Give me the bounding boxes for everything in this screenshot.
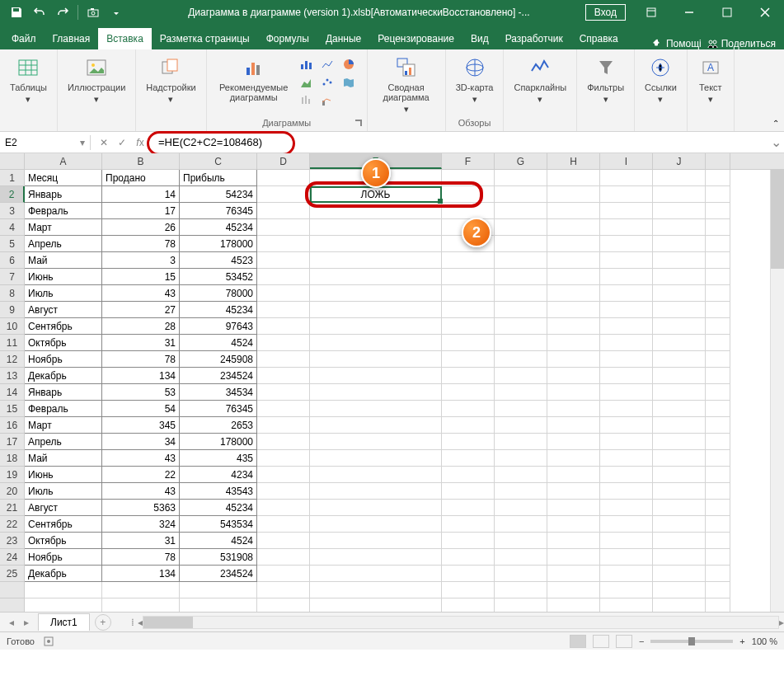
cell[interactable] [257,417,310,434]
bar-chart-icon[interactable] [298,56,314,73]
cell[interactable] [310,434,442,450]
pivot-chart-button[interactable]: Сводная диаграмма ▾ [374,53,439,116]
cell[interactable] [257,582,310,598]
cell[interactable] [706,417,730,434]
cell[interactable] [547,516,600,533]
row-header[interactable]: 1 [0,170,25,186]
cell[interactable] [547,450,600,467]
formula-input[interactable]: =НЕ(C2+C2=108468) [153,134,768,150]
cell[interactable] [310,368,442,384]
cell[interactable] [706,450,730,467]
cell[interactable] [180,598,257,612]
row-header[interactable] [0,598,25,612]
cell[interactable] [653,500,706,516]
cell[interactable] [653,401,706,417]
cell[interactable] [653,417,706,434]
cell[interactable] [310,236,442,252]
cell[interactable] [442,598,495,612]
cell[interactable] [600,500,653,516]
page-layout-view-button[interactable] [593,635,609,648]
zoom-in-button[interactable]: + [739,636,744,646]
cell[interactable] [706,483,730,500]
cell[interactable]: ЛОЖЬ [310,186,442,203]
cell[interactable] [257,500,310,516]
col-header-F[interactable]: F [442,153,495,169]
cell[interactable] [310,450,442,467]
col-header-A[interactable]: A [25,153,102,169]
cell[interactable] [653,582,706,598]
cell[interactable] [257,598,310,612]
links-button[interactable]: Ссылки ▾ [641,53,680,106]
cell[interactable] [653,384,706,401]
cell[interactable]: 43 [102,450,180,467]
cell[interactable] [653,434,706,450]
cell[interactable] [257,467,310,483]
cell[interactable] [257,450,310,467]
cell[interactable] [600,516,653,533]
cell[interactable] [310,566,442,582]
cell[interactable] [310,302,442,318]
cell[interactable]: Март [25,417,102,434]
cell[interactable] [600,252,653,269]
row-header[interactable]: 11 [0,335,25,351]
cell[interactable]: 435 [180,450,257,467]
cell[interactable] [547,483,600,500]
cell[interactable] [600,549,653,566]
col-header-G[interactable]: G [495,153,547,169]
cell[interactable] [495,368,547,384]
cell[interactable]: 134 [102,368,180,384]
cell[interactable]: 31 [102,533,180,549]
cell[interactable] [495,335,547,351]
cell[interactable] [547,269,600,285]
cell[interactable] [600,384,653,401]
row-header[interactable]: 6 [0,252,25,269]
cell[interactable] [653,285,706,302]
cell[interactable] [547,335,600,351]
cell[interactable] [442,434,495,450]
cell[interactable]: Февраль [25,401,102,417]
cell[interactable]: Ноябрь [25,351,102,368]
cell[interactable] [257,186,310,203]
cell[interactable] [495,384,547,401]
cell[interactable] [600,285,653,302]
cell[interactable]: 26 [102,219,180,236]
filters-button[interactable]: Фильтры ▾ [584,53,627,106]
cell[interactable]: 43 [102,285,180,302]
cell[interactable] [706,533,730,549]
cell[interactable] [495,203,547,219]
col-header-I[interactable]: I [600,153,653,169]
macro-record-icon[interactable] [43,636,54,647]
select-all-corner[interactable] [0,153,25,169]
col-header-J[interactable]: J [653,153,706,169]
fx-icon[interactable]: fx [132,134,148,151]
cell[interactable]: 43 [102,483,180,500]
cell[interactable] [547,549,600,566]
cell[interactable] [653,450,706,467]
cell[interactable] [653,516,706,533]
cell[interactable] [495,219,547,236]
cell[interactable] [547,368,600,384]
row-header[interactable]: 19 [0,467,25,483]
cell[interactable]: 78 [102,351,180,368]
scrollbar-thumb[interactable] [771,170,784,269]
cell[interactable] [257,318,310,335]
cell[interactable]: Июль [25,483,102,500]
cell[interactable]: Июнь [25,467,102,483]
charts-dialog-launcher[interactable] [354,118,365,129]
cell[interactable] [547,598,600,612]
cell[interactable] [442,516,495,533]
cell[interactable] [547,417,600,434]
sheet-nav-next-icon[interactable]: ▸ [20,617,33,628]
cell[interactable] [442,417,495,434]
cell[interactable] [442,483,495,500]
cell[interactable]: 531908 [180,549,257,566]
cell[interactable] [653,236,706,252]
cell[interactable]: 234524 [180,368,257,384]
cell[interactable] [706,252,730,269]
cell[interactable] [653,318,706,335]
cell[interactable] [310,483,442,500]
cell[interactable] [257,401,310,417]
cell[interactable] [547,467,600,483]
cell[interactable] [257,203,310,219]
cell[interactable] [706,582,730,598]
